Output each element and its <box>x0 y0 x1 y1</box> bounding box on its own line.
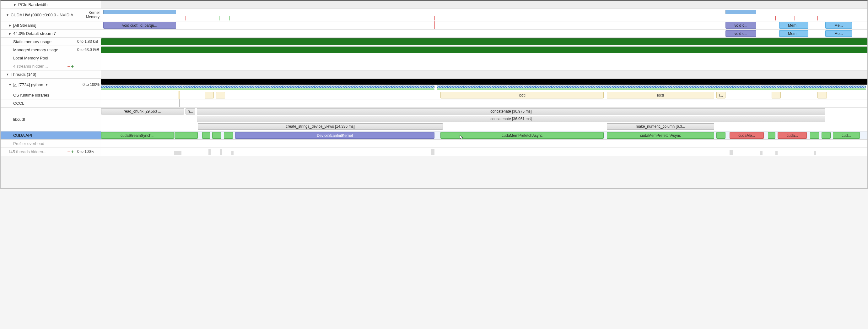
timeline-threads-hidden[interactable] <box>101 148 867 156</box>
mem-block[interactable]: Mem... <box>779 22 808 29</box>
managed-mem-label: Managed memory usage <box>13 48 58 52</box>
os-call-bar[interactable] <box>216 92 225 99</box>
api-bar[interactable] <box>212 132 221 139</box>
plus-icon[interactable]: + <box>71 63 74 69</box>
api-bar[interactable]: cud... <box>833 132 860 139</box>
os-call-bar[interactable] <box>205 92 214 99</box>
os-call-bar[interactable] <box>178 91 180 99</box>
memory-tick <box>795 16 795 21</box>
tree-cuda-hw[interactable]: ▼ CUDA HW (0000:c3:00.0 - NVIDIA <box>1 9 76 21</box>
green-strip[interactable] <box>437 88 866 90</box>
timeline-cuda-api[interactable]: cudaStreamSynch... DeviceScanInitKernel … <box>101 132 867 139</box>
tree-cccl[interactable]: CCCL <box>1 100 76 107</box>
libcudf-bar[interactable]: create_strings_device_views [14.336 ms] <box>198 123 443 130</box>
thread-activity-bar <box>814 150 816 155</box>
minus-icon[interactable]: − <box>67 63 70 69</box>
timeline-static-mem[interactable] <box>101 38 867 46</box>
tree-python-thread[interactable]: ▼ ✓ [7724] python ▾ <box>1 79 76 91</box>
api-bar[interactable] <box>768 132 775 139</box>
os-call-bar[interactable]: i... <box>716 92 725 99</box>
libcudf-bar[interactable]: concatenate [36.975 ms] <box>197 108 825 114</box>
checkbox-icon[interactable]: ✓ <box>13 83 17 87</box>
kernel-bar[interactable] <box>725 10 756 14</box>
tree-all-streams[interactable]: ▶ [All Streams] <box>1 21 76 29</box>
pct-range-2: 0 to 100% <box>77 150 94 154</box>
os-call-ioctl[interactable]: ioctl <box>440 92 604 99</box>
api-bar[interactable] <box>202 132 210 139</box>
api-bar-prefetch[interactable]: cudaMemPrefetchAsync <box>607 132 714 139</box>
timeline-pcie[interactable] <box>101 1 867 8</box>
axis-threads <box>76 71 101 78</box>
api-bar-red[interactable]: cudaMe... <box>730 132 764 139</box>
libcudf-bar[interactable]: h... <box>186 108 195 114</box>
api-bar[interactable] <box>175 132 197 139</box>
timeline-os-runtime[interactable]: ioctl ioctl i... <box>101 91 867 99</box>
timeline-python-thread[interactable] <box>101 79 867 91</box>
hatched-bar[interactable] <box>101 86 434 88</box>
kernel-block[interactable]: void c... <box>725 22 756 29</box>
api-bar[interactable] <box>224 132 233 139</box>
api-bar[interactable] <box>822 132 831 139</box>
kernel-block[interactable]: void cudf::io::parqu... <box>103 22 176 29</box>
timeline-cuda-hw[interactable] <box>101 9 867 21</box>
libcudf-bar[interactable]: read_chunk [29.563 ... <box>101 108 184 114</box>
tree-threads-hidden[interactable]: 145 threads hidden... − + <box>1 148 76 156</box>
api-bar-device-scan[interactable]: DeviceScanInitKernel <box>235 132 434 139</box>
plus-icon[interactable]: + <box>71 149 74 155</box>
tree-local-pool[interactable]: Local Memory Pool <box>1 54 76 62</box>
libcudf-bar[interactable]: make_numeric_column [6.3... <box>607 123 714 130</box>
tree-pcie[interactable]: ▶ PCIe Bandwidth <box>1 1 76 8</box>
axis-libcudf <box>76 108 101 131</box>
api-bar-prefetch[interactable]: cudaMemPrefetchAsync <box>440 132 604 139</box>
api-bar[interactable]: cudaStreamSynch... <box>101 132 174 139</box>
tree-streams-hidden[interactable]: 4 streams hidden... − + <box>1 62 76 70</box>
dropdown-icon[interactable]: ▾ <box>46 83 48 86</box>
tree-libcudf[interactable]: libcudf <box>1 108 76 131</box>
mem-block[interactable]: Me... <box>825 30 852 37</box>
timeline-managed-mem[interactable] <box>101 46 867 54</box>
tree-threads[interactable]: ▼ Threads (146) <box>1 71 76 78</box>
minus-icon[interactable]: − <box>67 149 70 155</box>
mem-usage-bar[interactable] <box>101 47 867 53</box>
tree-static-mem[interactable]: Static memory usage <box>1 38 76 46</box>
tree-profiler-overhead[interactable]: Profiler overhead <box>1 140 76 147</box>
timeline-streams-hidden[interactable] <box>101 62 867 70</box>
memory-tick <box>434 16 435 21</box>
libcudf-bar[interactable]: concatenate [36.961 ms] <box>197 116 825 122</box>
default-stream-label: 44.0% Default stream 7 <box>13 31 56 36</box>
row-cccl: CCCL <box>1 100 867 108</box>
mem-block[interactable]: Me... <box>825 22 852 29</box>
pcie-label: PCIe Bandwidth <box>18 2 48 7</box>
tree-managed-mem[interactable]: Managed memory usage <box>1 46 76 54</box>
timeline-threads[interactable] <box>101 71 867 78</box>
timeline-cccl[interactable] <box>101 100 867 107</box>
timeline-profiler-overhead[interactable] <box>101 140 867 147</box>
mem-block[interactable]: Mem... <box>779 30 808 37</box>
os-call-ioctl[interactable]: ioctl <box>607 92 714 99</box>
axis-threads-hidden: 0 to 100% <box>76 148 101 156</box>
row-default-stream: ▶ 44.0% Default stream 7 void c... Mem..… <box>1 30 867 38</box>
kernel-block[interactable]: void c... <box>725 30 756 37</box>
thread-activity-bar <box>209 149 211 155</box>
hatched-bar[interactable] <box>437 86 866 88</box>
tree-cuda-api[interactable]: CUDA API <box>1 132 76 139</box>
timeline-local-pool[interactable] <box>101 54 867 62</box>
threads-hidden-label: 145 threads hidden... <box>8 149 46 154</box>
timeline-libcudf[interactable]: read_chunk [29.563 ... h... concatenate … <box>101 108 867 131</box>
green-strip[interactable] <box>101 88 434 90</box>
row-cuda-api: CUDA API cudaStreamSynch... DeviceScanIn… <box>1 132 867 140</box>
api-bar-red[interactable]: cuda... <box>778 132 807 139</box>
api-bar[interactable] <box>810 132 819 139</box>
mem-usage-bar[interactable] <box>101 38 867 45</box>
os-call-bar[interactable] <box>772 92 781 99</box>
axis-cuda-hw: Kernel Memory <box>76 9 101 21</box>
thread-activity-bar <box>760 150 762 155</box>
tree-default-stream[interactable]: ▶ 44.0% Default stream 7 <box>1 30 76 37</box>
timeline-all-streams[interactable]: void cudf::io::parqu... void c... Mem...… <box>101 21 867 29</box>
timeline-default-stream[interactable]: void c... Mem... Me... <box>101 30 867 37</box>
tree-os-runtime[interactable]: OS runtime libraries <box>1 91 76 99</box>
cpu-bar[interactable] <box>101 79 867 85</box>
kernel-bar[interactable] <box>103 10 176 14</box>
api-bar[interactable] <box>716 132 725 139</box>
os-call-bar[interactable] <box>817 92 827 99</box>
